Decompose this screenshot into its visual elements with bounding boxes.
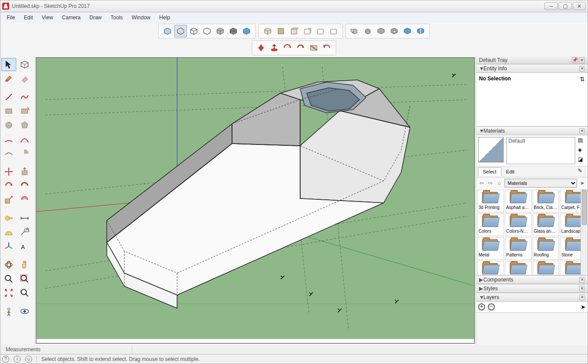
text-tool-icon[interactable]: A1: [17, 226, 32, 239]
material-swatch[interactable]: [478, 137, 504, 162]
maximize-button[interactable]: ▢: [559, 2, 572, 10]
close-icon[interactable]: ✕: [579, 286, 585, 292]
from-contours-icon[interactable]: [255, 42, 267, 54]
material-folder[interactable]: Colors-Named: [505, 213, 532, 236]
eyedropper-icon[interactable]: ✎: [578, 168, 586, 176]
pin-icon[interactable]: 📌: [572, 57, 578, 63]
pan-tool-icon[interactable]: [17, 258, 32, 271]
axes-tool-icon[interactable]: [1, 240, 16, 253]
material-folder[interactable]: 3d Printing: [477, 190, 504, 213]
shaded-icon[interactable]: [214, 25, 226, 37]
orbit-tool-icon[interactable]: [1, 258, 16, 271]
eraser-tool-icon[interactable]: [17, 72, 32, 85]
menu-edit[interactable]: Edit: [19, 13, 37, 22]
subtract-icon[interactable]: [388, 25, 400, 37]
styles-header[interactable]: ▶ Styles ✕: [476, 284, 588, 293]
component-tool-icon[interactable]: [17, 58, 32, 71]
move-tool-icon[interactable]: [1, 165, 16, 178]
iso-icon[interactable]: [261, 25, 274, 37]
components-header[interactable]: ▶ Components ✕: [476, 275, 588, 284]
material-folder[interactable]: Glass and Mirrors: [533, 213, 559, 236]
rectangle-tool-icon[interactable]: [1, 105, 16, 118]
menu-file[interactable]: File: [2, 13, 19, 22]
material-folder[interactable]: Colors: [477, 213, 504, 236]
2pt-arc-tool-icon[interactable]: [17, 133, 32, 146]
smoove-icon[interactable]: [281, 42, 294, 54]
menu-window[interactable]: Window: [127, 13, 155, 22]
material-folder[interactable]: Tile: [505, 261, 532, 275]
paint-tool-icon[interactable]: [1, 72, 16, 85]
dimension-tool-icon[interactable]: [17, 212, 32, 225]
xray-icon[interactable]: [161, 25, 174, 37]
forward-icon[interactable]: ⇨: [487, 180, 494, 187]
scrollbar-thumb[interactable]: [582, 190, 587, 225]
outer-shell-icon[interactable]: [348, 25, 361, 37]
zoom-window-tool-icon[interactable]: [17, 272, 32, 285]
union-icon[interactable]: [375, 25, 387, 37]
material-folder[interactable]: Asphalt and Concrete: [505, 190, 532, 213]
shaded-tex-icon[interactable]: [227, 25, 240, 37]
menu-view[interactable]: View: [37, 13, 58, 22]
arc-tool-icon[interactable]: [1, 133, 16, 146]
info-icon[interactable]: i: [14, 356, 21, 363]
left-icon[interactable]: [327, 25, 340, 37]
tape-tool-icon[interactable]: [1, 212, 16, 225]
material-folder[interactable]: Synthetic: [477, 261, 504, 275]
tray-header[interactable]: Default Tray 📌 ✕: [476, 56, 588, 64]
freehand-tool-icon[interactable]: [17, 90, 32, 104]
close-icon[interactable]: ✕: [579, 128, 585, 134]
trim-icon[interactable]: [401, 25, 414, 37]
menu-help[interactable]: Help: [155, 13, 174, 22]
menu-draw[interactable]: Draw: [85, 13, 106, 22]
followme-tool-icon[interactable]: [17, 179, 32, 192]
line-tool-icon[interactable]: [1, 90, 16, 104]
toggle-details-icon[interactable]: ⇅: [580, 76, 585, 83]
help-icon[interactable]: ?: [2, 356, 9, 363]
minimize-button[interactable]: ─: [544, 2, 558, 10]
drape-icon[interactable]: [308, 42, 320, 54]
zoom-extents-tool-icon[interactable]: [1, 286, 16, 299]
close-icon[interactable]: ✕: [579, 66, 585, 72]
display-pane-icon[interactable]: ▤: [578, 137, 586, 145]
offset-tool-icon[interactable]: [17, 193, 32, 206]
material-folder[interactable]: Metal: [477, 237, 504, 260]
position-camera-tool-icon[interactable]: [1, 305, 16, 318]
close-icon[interactable]: ✕: [579, 295, 585, 300]
scale-tool-icon[interactable]: [1, 193, 16, 206]
menu-camera[interactable]: Camera: [58, 13, 85, 22]
material-folder[interactable]: Patterns: [505, 237, 532, 260]
top-icon[interactable]: [275, 25, 287, 37]
details-icon[interactable]: ➤: [581, 303, 586, 310]
from-scratch-icon[interactable]: [268, 42, 280, 54]
back-icon[interactable]: [314, 25, 327, 37]
back-icon[interactable]: ⇦: [478, 180, 485, 187]
previous-view-tool-icon[interactable]: [17, 286, 32, 299]
material-folder[interactable]: Brick, Cladding: [533, 190, 559, 213]
add-layer-icon[interactable]: [478, 303, 485, 310]
stamp-icon[interactable]: [294, 42, 307, 54]
split-icon[interactable]: [414, 25, 427, 37]
entity-info-header[interactable]: ▼ Entity Info ✕: [476, 64, 588, 73]
right-icon[interactable]: [301, 25, 313, 37]
scrollbar[interactable]: [581, 189, 588, 275]
materials-header[interactable]: ▼ Materials ✕: [476, 126, 588, 135]
pie-tool-icon[interactable]: [17, 147, 32, 160]
rotate-tool-icon[interactable]: [1, 179, 16, 192]
monochrome-icon[interactable]: [240, 25, 253, 37]
create-material-icon[interactable]: ◈: [578, 147, 586, 155]
material-folder[interactable]: Water: [533, 261, 559, 275]
set-default-icon[interactable]: ◪: [578, 156, 586, 164]
3pt-arc-tool-icon[interactable]: [1, 147, 16, 160]
look-around-tool-icon[interactable]: [17, 305, 32, 318]
materials-dropdown[interactable]: Materials: [505, 179, 577, 187]
user-icon[interactable]: ☺: [25, 356, 32, 363]
material-folder[interactable]: Roofing: [533, 237, 559, 260]
measurements-tab[interactable]: Measurements: [0, 345, 132, 354]
close-icon[interactable]: ✕: [579, 57, 585, 63]
polygon-tool-icon[interactable]: [17, 119, 32, 132]
wireframe-icon[interactable]: [188, 25, 200, 37]
add-detail-icon[interactable]: [321, 42, 333, 54]
details-icon[interactable]: ➤: [579, 180, 586, 187]
backedges-icon[interactable]: [174, 25, 187, 37]
rotrect-tool-icon[interactable]: [17, 105, 32, 118]
